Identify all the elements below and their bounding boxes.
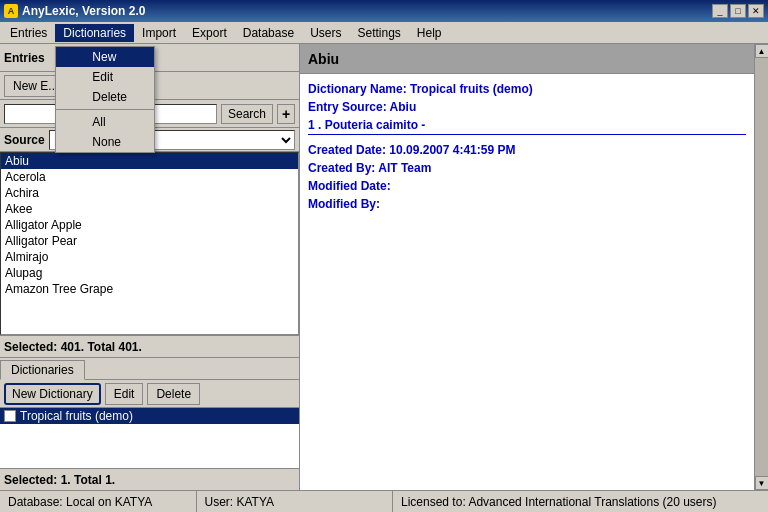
modified-date-line: Modified Date: (308, 179, 746, 193)
scroll-track[interactable] (755, 58, 768, 476)
dict-checkbox[interactable]: ✓ (4, 410, 16, 422)
menu-dict-edit[interactable]: Edit (56, 67, 154, 87)
maximize-button[interactable]: □ (730, 4, 746, 18)
modified-by-line: Modified By: (308, 197, 746, 211)
right-scrollbar[interactable]: ▲ ▼ (754, 44, 768, 490)
edit-dictionary-button[interactable]: Edit (105, 383, 144, 405)
minimize-button[interactable]: _ (712, 4, 728, 18)
entries-status: Selected: 401. Total 401. (0, 335, 299, 357)
menu-settings[interactable]: Settings (349, 22, 408, 43)
dict-tabs: Dictionaries (0, 358, 299, 380)
entry-item-achira[interactable]: Achira (1, 185, 298, 201)
right-content: Dictionary Name: Tropical fruits (demo) … (300, 74, 754, 490)
dict-item-tropical[interactable]: ✓ Tropical fruits (demo) (0, 408, 299, 424)
right-panel-wrapper: Abiu Dictionary Name: Tropical fruits (d… (300, 44, 768, 490)
status-user: User: KATYA (197, 491, 394, 512)
dict-list: ✓ Tropical fruits (demo) (0, 408, 299, 468)
entry-item-abiu[interactable]: Abiu (1, 153, 298, 169)
dictionaries-section: Dictionaries New Dictionary Edit Delete … (0, 357, 299, 490)
entry-item-amazon-tree-grape[interactable]: Amazon Tree Grape (1, 281, 298, 297)
menu-dict-none[interactable]: None (56, 132, 154, 152)
dict-status: Selected: 1. Total 1. (0, 468, 299, 490)
dictionaries-menu-container: Dictionaries New Edit Delete All None (55, 24, 134, 42)
status-bar: Database: Local on KATYA User: KATYA Lic… (0, 490, 768, 512)
title-bar-buttons: _ □ ✕ (712, 4, 764, 18)
scroll-down-arrow[interactable]: ▼ (755, 476, 769, 490)
menu-help[interactable]: Help (409, 22, 450, 43)
dict-toolbar: New Dictionary Edit Delete (0, 380, 299, 408)
created-by-line: Created By: AIT Team (308, 161, 746, 175)
dictionaries-dropdown: New Edit Delete All None (55, 46, 155, 153)
menu-entries[interactable]: Entries (2, 22, 55, 43)
delete-dictionary-button[interactable]: Delete (147, 383, 200, 405)
menu-dict-all[interactable]: All (56, 112, 154, 132)
app-title: AnyLexic, Version 2.0 (22, 4, 145, 18)
status-license: Licensed to: Advanced International Tran… (393, 491, 768, 512)
search-button[interactable]: Search (221, 104, 273, 124)
menu-dictionaries[interactable]: Dictionaries (55, 24, 134, 42)
menu-users[interactable]: Users (302, 22, 349, 43)
status-database: Database: Local on KATYA (0, 491, 197, 512)
source-label: Source (4, 133, 45, 147)
entry-item-acerola[interactable]: Acerola (1, 169, 298, 185)
dict-tab-dictionaries[interactable]: Dictionaries (0, 360, 85, 380)
entry-header-line: 1 . Pouteria caimito - (308, 118, 746, 135)
close-button[interactable]: ✕ (748, 4, 764, 18)
new-dictionary-button[interactable]: New Dictionary (4, 383, 101, 405)
menu-separator (56, 109, 154, 110)
menu-dict-delete[interactable]: Delete (56, 87, 154, 107)
created-date-line: Created Date: 10.09.2007 4:41:59 PM (308, 143, 746, 157)
dict-name-line: Dictionary Name: Tropical fruits (demo) (308, 82, 746, 96)
add-button[interactable]: + (277, 104, 295, 124)
entries-label: Entries (4, 51, 45, 65)
right-panel: Abiu Dictionary Name: Tropical fruits (d… (300, 44, 754, 490)
right-header: Abiu (300, 44, 754, 74)
entry-item-almirajo[interactable]: Almirajo (1, 249, 298, 265)
scroll-up-arrow[interactable]: ▲ (755, 44, 769, 58)
menu-export[interactable]: Export (184, 22, 235, 43)
entry-item-alupag[interactable]: Alupag (1, 265, 298, 281)
entry-item-akee[interactable]: Akee (1, 201, 298, 217)
entry-item-alligator-pear[interactable]: Alligator Pear (1, 233, 298, 249)
title-bar: A AnyLexic, Version 2.0 _ □ ✕ (0, 0, 768, 22)
app-icon: A (4, 4, 18, 18)
title-bar-left: A AnyLexic, Version 2.0 (4, 4, 145, 18)
menu-dict-new[interactable]: New (56, 47, 154, 67)
dict-item-name: Tropical fruits (demo) (20, 409, 133, 423)
menu-database[interactable]: Database (235, 22, 302, 43)
menu-import[interactable]: Import (134, 22, 184, 43)
entry-item-alligator-apple[interactable]: Alligator Apple (1, 217, 298, 233)
entry-source-line: Entry Source: Abiu (308, 100, 746, 114)
entry-list[interactable]: Abiu Acerola Achira Akee Alligator Apple… (0, 152, 299, 335)
menu-bar: Entries Dictionaries New Edit Delete All (0, 22, 768, 44)
